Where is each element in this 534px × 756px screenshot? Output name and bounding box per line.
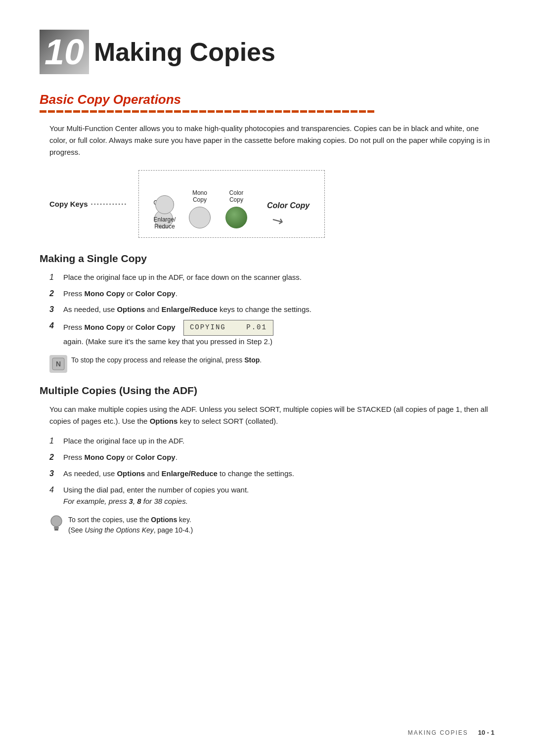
footer-page: 10 - 1 — [478, 729, 494, 736]
multiple-copies-section: Multiple Copies (Using the ADF) You can … — [40, 385, 494, 535]
color-copy-bold-label: Color Copy — [267, 201, 310, 210]
svg-rect-4 — [54, 529, 58, 531]
diagram-box: Options MonoCopy ColorCopy Color Copy ↙ … — [138, 170, 325, 238]
copy-keys-diagram: Copy Keys ············ Options MonoCopy … — [49, 170, 494, 238]
tip-svg-icon — [49, 515, 63, 533]
tip-icon — [49, 515, 63, 533]
note-row: N To stop the copy process and release t… — [49, 355, 494, 373]
single-copy-steps: 1 Place the original face up in the ADF,… — [49, 271, 494, 347]
tip-row: To sort the copies, use the Options key.… — [49, 515, 494, 535]
step-4: 4 Press Mono Copy or Color Copy COPYING … — [49, 320, 494, 347]
single-copy-section: Making a Single Copy 1 Place the origina… — [40, 253, 494, 373]
color-copy-arrow-icon: ↙ — [268, 210, 286, 230]
mc-step-1: 1 Place the original face up in the ADF. — [49, 435, 494, 447]
multiple-copies-intro: You can make multiple copies using the A… — [49, 403, 494, 427]
step-2: 2 Press Mono Copy or Color Copy. — [49, 288, 494, 300]
section-divider — [40, 110, 494, 113]
page-footer: MAKING COPIES 10 - 1 — [40, 729, 494, 736]
svg-text:N: N — [56, 360, 61, 368]
mono-copy-label: MonoCopy — [192, 189, 207, 204]
step-3: 3 As needed, use Options and Enlarge/Red… — [49, 304, 494, 316]
footer-label: MAKING COPIES — [408, 729, 468, 736]
note-icon: N — [49, 355, 67, 373]
mc-step-4: 4 Using the dial pad, enter the number o… — [49, 484, 494, 507]
mc-step-3: 3 As needed, use Options and Enlarge/Red… — [49, 468, 494, 480]
step-1: 1 Place the original face up in the ADF,… — [49, 271, 494, 284]
svg-rect-3 — [54, 527, 59, 529]
copy-keys-label: Copy Keys ············ — [49, 200, 132, 208]
multiple-copies-steps: 1 Place the original face up in the ADF.… — [49, 435, 494, 507]
enlarge-reduce-label: Enlarge/Reduce — [154, 216, 176, 230]
section-title: Basic Copy Operations — [40, 92, 494, 107]
color-copy-button[interactable] — [225, 207, 247, 228]
mc-step-2: 2 Press Mono Copy or Color Copy. — [49, 451, 494, 464]
single-copy-title: Making a Single Copy — [40, 253, 494, 265]
svg-point-2 — [51, 516, 62, 527]
lcd-display: COPYING P.01 — [183, 320, 273, 336]
enlarge-reduce-button[interactable] — [155, 195, 174, 214]
note-svg-icon: N — [51, 357, 65, 371]
chapter-number: 10 — [40, 30, 89, 74]
chapter-title: Making Copies — [94, 37, 275, 67]
mono-copy-button[interactable] — [189, 207, 211, 228]
color-copy-label: ColorCopy — [229, 189, 244, 204]
intro-text: Your Multi-Function Center allows you to… — [49, 123, 494, 158]
multiple-copies-title: Multiple Copies (Using the ADF) — [40, 385, 494, 397]
chapter-header: 10 Making Copies — [40, 30, 494, 74]
